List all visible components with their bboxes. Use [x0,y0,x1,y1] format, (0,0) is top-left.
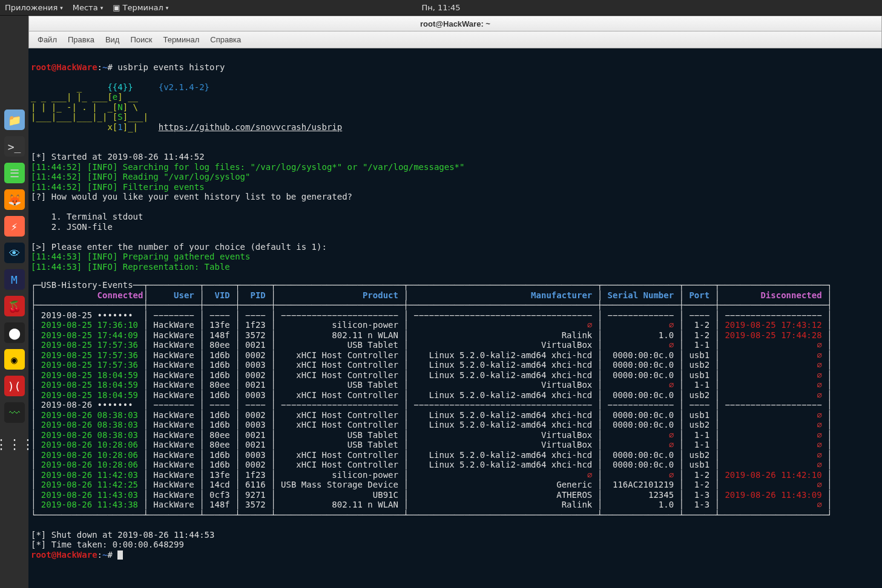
window-titlebar[interactable]: root@HackWare: ~ [28,16,882,31]
usb-history-table: ┌─USB-History-Events──┬──────────┬──────… [31,280,880,520]
log-prompt: [>] Please enter the number of your choi… [31,242,332,252]
option-json: 2. JSON-file [51,222,113,232]
chevron-down-icon: ▾ [166,5,169,11]
log-started: [*] Started at 2019-08-26 11:44:52 [31,152,205,162]
app-icon[interactable]: ◉ [4,349,25,370]
firefox-icon[interactable]: 🦊 [4,189,25,210]
app-icon[interactable]: )( [4,376,25,396]
github-url[interactable]: https://github.com/snovvcrash/usbrip [159,122,342,132]
ascii-art: _ [31,82,107,92]
places-menu[interactable]: Места▾ [73,3,103,12]
prompt-host: HackWare [56,62,97,72]
obs-icon[interactable]: ⬤ [4,322,25,343]
menu-terminal[interactable]: Терминал [163,35,199,44]
command: usbrip events history [117,62,225,72]
terminal-app-icon[interactable]: >_ [4,136,25,157]
menu-file[interactable]: Файл [38,35,57,44]
menu-help[interactable]: Справка [210,35,241,44]
text-editor-icon[interactable]: ☰ [4,163,25,183]
terminal-icon: ▣ [113,3,120,12]
option-stdout: 1. Terminal stdout [51,212,143,221]
menu-search[interactable]: Поиск [130,35,152,44]
applications-menu[interactable]: Приложения▾ [5,3,63,12]
metasploit-icon[interactable]: M [4,269,25,290]
clock[interactable]: Пн, 11:45 [295,3,586,12]
wireshark-icon[interactable]: 👁 [4,243,25,263]
chevron-down-icon: ▾ [60,5,63,11]
gnome-topbar: Приложения▾ Места▾ ▣Терминал▾ Пн, 11:45 [0,0,882,16]
terminal-menubar: Файл Правка Вид Поиск Терминал Справка [28,31,882,48]
chevron-down-icon: ▾ [100,5,104,11]
prompt-user: root [31,62,51,72]
system-monitor-icon[interactable]: 〰 [4,402,25,423]
cursor [117,550,123,560]
cherrytree-icon[interactable]: 🍒 [4,296,25,316]
version: {v2.1.4-2} [159,82,209,92]
files-icon[interactable]: 📁 [4,109,25,130]
burp-icon[interactable]: ⚡ [4,216,25,237]
log-time: [*] Time taken: 0:00:00.648299 [31,540,184,549]
log-shutdown: [*] Shut down at 2019-08-26 11:44:53 [31,530,214,540]
terminal-content[interactable]: root@HackWare:~# usbrip events history _… [28,48,882,588]
dock: 📁 >_ ☰ 🦊 ⚡ 👁 M 🍒 ⬤ ◉ )( 〰 ⋮⋮⋮ [0,16,28,588]
menu-view[interactable]: Вид [105,35,120,44]
terminal-menu[interactable]: ▣Терминал▾ [113,3,168,12]
menu-edit[interactable]: Правка [68,35,94,44]
show-apps-icon[interactable]: ⋮⋮⋮ [4,434,25,454]
log-question: [?] How would you like your event histor… [31,192,352,201]
